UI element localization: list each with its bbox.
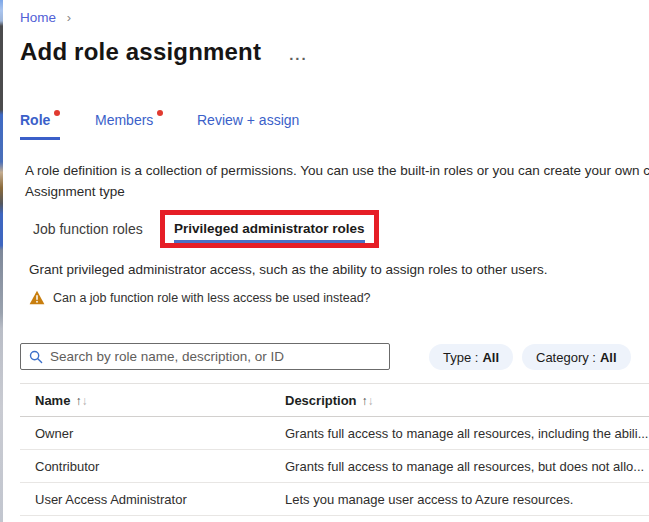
- role-description: Lets you manage user access to Azure res…: [285, 492, 649, 507]
- filter-category-label: Category :: [536, 350, 596, 365]
- red-annotation-box: Privileged administrator roles: [160, 210, 379, 248]
- filter-type-value: All: [482, 350, 499, 365]
- tab-role-label: Role: [20, 112, 50, 128]
- wizard-tabs: Role Members Review + assign: [0, 112, 649, 142]
- table-row-user-access-administrator[interactable]: User Access Administrator Lets you manag…: [20, 483, 649, 516]
- column-name-label: Name: [35, 393, 70, 408]
- table-row-owner[interactable]: Owner Grants full access to manage all r…: [20, 417, 649, 450]
- breadcrumb-separator-icon: ›: [67, 10, 71, 25]
- role-name[interactable]: Contributor: [20, 459, 285, 474]
- required-dot-icon: [54, 110, 60, 116]
- role-description: Grants full access to manage all resourc…: [285, 426, 649, 441]
- warning-text: Can a job function role with less access…: [53, 291, 371, 305]
- privileged-access-note: Grant privileged administrator access, s…: [29, 262, 548, 277]
- role-name[interactable]: Owner: [20, 426, 285, 441]
- sort-arrows-icon: ↑↓: [75, 394, 87, 408]
- filter-category-value: All: [600, 350, 617, 365]
- add-role-assignment-page: Home › Add role assignment ... Role Memb…: [0, 0, 649, 522]
- intro-block: A role definition is a collection of per…: [25, 160, 649, 202]
- roles-table-header: Name↑↓ Description↑↓: [20, 383, 649, 417]
- table-row-contributor[interactable]: Contributor Grants full access to manage…: [20, 450, 649, 483]
- tab-members-label: Members: [95, 112, 153, 128]
- search-input[interactable]: [50, 349, 381, 364]
- more-options-button[interactable]: ...: [289, 50, 308, 60]
- filter-type[interactable]: Type : All: [429, 344, 513, 370]
- left-edge-artifact: [0, 0, 3, 522]
- tab-review-assign[interactable]: Review + assign: [197, 112, 299, 137]
- title-row: Add role assignment ...: [20, 38, 308, 66]
- role-definition-description: A role definition is a collection of per…: [25, 160, 649, 181]
- column-header-description[interactable]: Description↑↓: [285, 393, 649, 408]
- roles-table: Name↑↓ Description↑↓ Owner Grants full a…: [20, 383, 649, 516]
- filter-category[interactable]: Category : All: [522, 344, 631, 370]
- subtab-job-function-roles[interactable]: Job function roles: [33, 221, 143, 237]
- breadcrumb-home-link[interactable]: Home: [20, 10, 56, 25]
- subtab-privileged-administrator-roles[interactable]: Privileged administrator roles: [174, 221, 365, 243]
- filter-type-label: Type :: [443, 350, 478, 365]
- tab-members[interactable]: Members: [95, 112, 163, 137]
- search-icon: [29, 350, 43, 364]
- tab-review-assign-label: Review + assign: [197, 112, 299, 128]
- breadcrumb: Home ›: [20, 10, 71, 25]
- column-description-label: Description: [285, 393, 357, 408]
- role-name[interactable]: User Access Administrator: [20, 492, 285, 507]
- column-header-name[interactable]: Name↑↓: [20, 393, 285, 408]
- page-title: Add role assignment: [20, 38, 261, 66]
- warning-banner: Can a job function role with less access…: [29, 290, 371, 305]
- sort-arrows-icon: ↑↓: [362, 394, 374, 408]
- role-search-box[interactable]: [20, 343, 390, 370]
- warning-triangle-icon: [29, 290, 45, 305]
- tab-role[interactable]: Role: [20, 112, 60, 140]
- assignment-type-label: Assignment type: [25, 181, 649, 202]
- role-description: Grants full access to manage all resourc…: [285, 459, 649, 474]
- required-dot-icon: [157, 110, 163, 116]
